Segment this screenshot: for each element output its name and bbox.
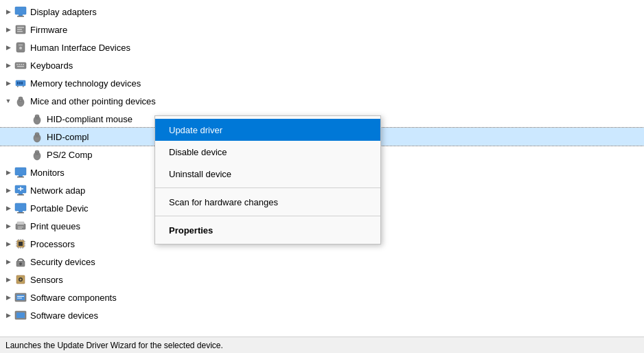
context-menu: Update driver Disable device Uninstall d… xyxy=(154,115,381,244)
svg-rect-21 xyxy=(23,86,24,87)
svg-rect-48 xyxy=(19,242,23,246)
label-software-components: Software components xyxy=(30,293,641,303)
icon-hid-mouse-2 xyxy=(30,130,44,144)
svg-rect-45 xyxy=(18,227,23,227)
tree-item-software-devices[interactable]: Software devices xyxy=(0,306,644,324)
svg-rect-36 xyxy=(17,176,24,178)
label-mice: Mice and other pointing devices xyxy=(30,96,641,106)
svg-rect-34 xyxy=(15,168,26,175)
icon-firmware xyxy=(14,23,27,36)
chevron-hid xyxy=(3,42,14,53)
svg-rect-18 xyxy=(19,82,21,84)
tree-item-keyboards[interactable]: Keyboards xyxy=(0,56,644,74)
chevron-network xyxy=(3,185,14,196)
svg-rect-38 xyxy=(19,193,23,194)
label-display-adapters: Display adapters xyxy=(30,7,641,17)
svg-rect-20 xyxy=(17,86,19,87)
device-manager-tree: Display adapters Firmware Human Interfac… xyxy=(0,0,644,337)
icon-monitors xyxy=(14,166,27,179)
tree-item-display-adapters[interactable]: Display adapters xyxy=(0,3,644,21)
label-security: Security devices xyxy=(30,257,641,267)
icon-print xyxy=(14,219,27,233)
tree-item-security[interactable]: Security devices xyxy=(0,253,644,271)
chevron-monitors xyxy=(3,167,14,178)
svg-rect-40 xyxy=(15,203,26,211)
svg-rect-17 xyxy=(17,82,19,84)
context-menu-properties[interactable]: Properties xyxy=(155,219,380,241)
chevron-memory xyxy=(3,78,14,89)
chevron-keyboards xyxy=(3,60,14,71)
svg-point-29 xyxy=(35,133,39,135)
svg-rect-2 xyxy=(17,16,24,17)
context-menu-uninstall-device[interactable]: Uninstall device xyxy=(155,163,380,185)
svg-rect-0 xyxy=(15,7,26,14)
svg-rect-35 xyxy=(19,175,23,176)
svg-rect-13 xyxy=(21,64,22,65)
svg-rect-46 xyxy=(18,228,22,229)
svg-point-32 xyxy=(35,150,39,153)
svg-rect-44 xyxy=(17,222,24,225)
icon-hid-mouse-1 xyxy=(30,112,44,126)
icon-portable xyxy=(14,201,27,215)
svg-rect-63 xyxy=(20,264,21,266)
label-firmware: Firmware xyxy=(30,25,641,35)
icon-processors xyxy=(14,237,27,251)
svg-point-9 xyxy=(19,47,22,49)
context-menu-scan-changes[interactable]: Scan for hardware changes xyxy=(155,191,380,213)
chevron-mice xyxy=(3,95,14,106)
label-memory: Memory technology devices xyxy=(30,78,641,89)
svg-rect-15 xyxy=(17,66,24,67)
svg-rect-4 xyxy=(17,27,24,28)
chevron-processors xyxy=(3,238,14,249)
svg-rect-68 xyxy=(16,295,25,300)
svg-rect-69 xyxy=(17,296,24,297)
context-menu-uninstall-device-label: Uninstall device xyxy=(169,169,231,179)
context-menu-properties-label: Properties xyxy=(169,225,213,236)
label-keyboards: Keyboards xyxy=(30,60,641,71)
icon-security xyxy=(14,255,27,269)
context-menu-update-driver-label: Update driver xyxy=(169,125,222,135)
context-menu-sep-1 xyxy=(155,187,380,188)
icon-ps2 xyxy=(30,148,44,161)
icon-network xyxy=(14,183,27,197)
tree-item-sensors[interactable]: Sensors xyxy=(0,271,644,288)
tree-item-hid[interactable]: Human Interface Devices xyxy=(0,38,644,56)
svg-rect-39 xyxy=(17,194,24,196)
icon-sensors xyxy=(14,273,27,286)
svg-rect-6 xyxy=(17,31,23,32)
svg-point-23 xyxy=(19,97,23,100)
label-hid: Human Interface Devices xyxy=(30,43,641,53)
svg-rect-42 xyxy=(17,212,24,214)
icon-software-components xyxy=(14,291,27,304)
icon-hid xyxy=(14,41,27,54)
tree-item-mice[interactable]: Mice and other pointing devices xyxy=(0,92,644,110)
svg-rect-1 xyxy=(19,14,23,16)
chevron-sensors xyxy=(3,274,14,285)
chevron-security xyxy=(3,256,14,267)
icon-software-devices xyxy=(14,308,27,322)
icon-mice xyxy=(14,94,27,108)
status-bar-text: Launches the Update Driver Wizard for th… xyxy=(5,341,223,350)
icon-memory xyxy=(14,76,27,90)
icon-keyboards xyxy=(14,58,27,72)
icon-display-adapters xyxy=(14,5,27,19)
tree-item-memory[interactable]: Memory technology devices xyxy=(0,74,644,92)
context-menu-disable-device[interactable]: Disable device xyxy=(155,141,380,163)
chevron-portable xyxy=(3,203,14,214)
svg-rect-41 xyxy=(19,211,23,212)
svg-rect-11 xyxy=(16,64,18,65)
context-menu-update-driver[interactable]: Update driver xyxy=(155,119,380,141)
tree-item-firmware[interactable]: Firmware xyxy=(0,21,644,38)
chevron-software-devices xyxy=(3,310,14,321)
tree-item-software-components[interactable]: Software components xyxy=(0,288,644,306)
svg-rect-70 xyxy=(17,298,22,299)
chevron-display-adapters xyxy=(3,6,14,17)
context-menu-scan-changes-label: Scan for hardware changes xyxy=(169,197,278,207)
svg-rect-8 xyxy=(19,45,23,45)
status-bar: Launches the Update Driver Wizard for th… xyxy=(0,337,644,353)
svg-rect-19 xyxy=(21,82,23,84)
svg-point-26 xyxy=(35,115,39,117)
svg-rect-72 xyxy=(16,312,25,318)
label-software-devices: Software devices xyxy=(30,310,641,321)
svg-rect-10 xyxy=(15,62,26,69)
